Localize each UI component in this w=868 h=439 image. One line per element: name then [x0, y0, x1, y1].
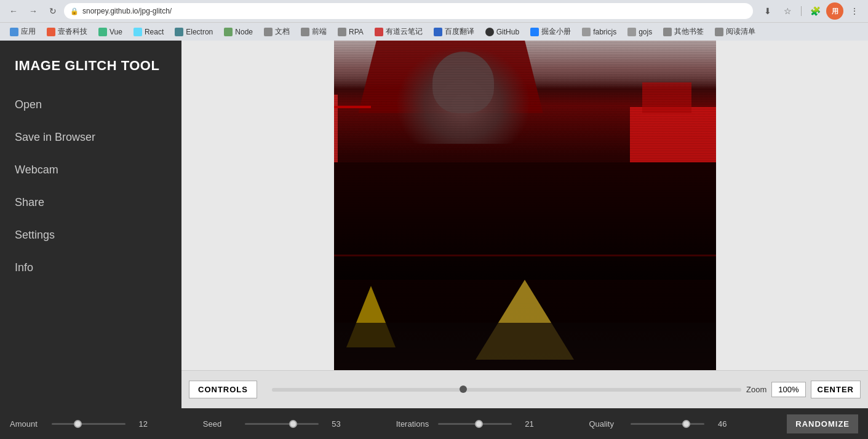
main-content: CONTROLS Zoom 100% CENTER — [181, 41, 868, 408]
controls-bar: CONTROLS Zoom 100% CENTER — [181, 370, 868, 408]
sidebar-item-open[interactable]: Open — [0, 89, 181, 121]
bookmark-rpa[interactable]: RPA — [333, 26, 368, 38]
bookmark-label-other: 其他书签 — [674, 26, 704, 37]
forward-button[interactable]: → — [25, 2, 42, 20]
bookmark-icon-baidu — [434, 28, 442, 36]
bookmark-icon-electron — [175, 28, 183, 36]
app-container: IMAGE GLITCH TOOL Open Save in Browser W… — [0, 41, 868, 408]
reload-button[interactable]: ↻ — [44, 2, 62, 20]
browser-nav: ← → ↻ 🔒 snorpey.github.io/jpg-glitch/ ⬇ … — [0, 0, 868, 22]
iterations-value: 21 — [517, 419, 534, 429]
quality-slider-group: Quality 46 — [589, 419, 782, 429]
bookmark-icon-juejin — [530, 28, 539, 36]
bookmark-frontend[interactable]: 前端 — [296, 25, 332, 39]
bookmark-fabricjs[interactable]: fabricjs — [577, 26, 621, 38]
bookmarks-bar: 应用 壹沓科技 Vue React Electron Node 文档 前端 — [0, 22, 868, 41]
seed-value: 53 — [324, 419, 341, 429]
glitch-bottom-overlay — [334, 323, 716, 371]
bookmark-icon-github — [485, 28, 494, 36]
bookmark-icon-react — [133, 28, 142, 36]
bookmark-reading[interactable]: 阅读清单 — [710, 25, 760, 39]
sidebar-item-webcam[interactable]: Webcam — [0, 154, 181, 186]
glitch-image — [334, 41, 716, 370]
bookmark-icon-youdao — [375, 28, 383, 36]
bookmark-icon-frontend — [301, 28, 309, 36]
bookmark-label-reading: 阅读清单 — [726, 26, 755, 37]
bookmark-label-youdao: 有道云笔记 — [386, 26, 423, 37]
bookmark-icon-reading — [715, 28, 723, 36]
bookmark-icon-docs — [264, 28, 273, 36]
quality-track[interactable] — [631, 423, 704, 425]
sidebar-menu: Open Save in Browser Webcam Share Settin… — [0, 89, 181, 284]
seed-thumb[interactable] — [289, 420, 297, 428]
horizontal-scrollbar[interactable] — [272, 388, 741, 392]
bookmark-icon-yida — [47, 28, 55, 36]
amount-thumb[interactable] — [74, 420, 82, 428]
iterations-slider-group: Iterations 21 — [396, 419, 589, 429]
glitch-line1 — [334, 106, 371, 108]
zoom-value[interactable]: 100% — [771, 382, 805, 397]
iterations-thumb[interactable] — [475, 420, 483, 428]
bookmark-label-github: GitHub — [496, 28, 519, 36]
bookmark-label-juejin: 掘金小册 — [541, 26, 571, 37]
sidebar-item-share[interactable]: Share — [0, 186, 181, 219]
controls-button[interactable]: CONTROLS — [189, 381, 257, 398]
amount-label: Amount — [10, 419, 47, 429]
bookmark-gojs[interactable]: gojs — [623, 26, 657, 38]
bookmark-label-yida: 壹沓科技 — [58, 26, 87, 37]
lock-icon: 🔒 — [70, 7, 79, 15]
bookmark-juejin[interactable]: 掘金小册 — [525, 25, 576, 39]
bookmark-label-vue: Vue — [109, 28, 122, 36]
bookmark-vue[interactable]: Vue — [94, 26, 127, 38]
quality-value: 46 — [709, 419, 727, 429]
sidebar-item-settings[interactable]: Settings — [0, 219, 181, 251]
avatar[interactable]: 用 — [826, 2, 843, 20]
iterations-track[interactable] — [438, 423, 512, 425]
bookmark-icon-gojs — [627, 28, 636, 36]
sidebar: IMAGE GLITCH TOOL Open Save in Browser W… — [0, 41, 181, 408]
sidebar-item-save-browser[interactable]: Save in Browser — [0, 121, 181, 154]
amount-value: 12 — [130, 419, 148, 429]
download-button[interactable]: ⬇ — [759, 2, 776, 20]
bookmark-label-fabricjs: fabricjs — [593, 28, 616, 36]
bookmark-star-button[interactable]: ☆ — [779, 2, 796, 20]
sidebar-item-info[interactable]: Info — [0, 251, 181, 284]
bookmark-label-frontend: 前端 — [312, 26, 327, 37]
bookmark-label-gojs: gojs — [639, 28, 652, 36]
quality-thumb[interactable] — [682, 420, 690, 428]
bookmark-label-rpa: RPA — [349, 28, 364, 36]
bookmark-docs[interactable]: 文档 — [259, 25, 295, 39]
bookmark-label-react: React — [145, 28, 164, 36]
nav-separator — [801, 6, 802, 16]
bookmark-other[interactable]: 其他书签 — [658, 25, 709, 39]
center-button[interactable]: CENTER — [811, 381, 861, 398]
url-text: snorpey.github.io/jpg-glitch/ — [82, 7, 172, 15]
glitch-line2 — [334, 255, 716, 256]
bookmark-baidu-translate[interactable]: 百度翻译 — [429, 25, 479, 39]
bookmark-react[interactable]: React — [129, 26, 169, 38]
randomize-button[interactable]: RANDOMIZE — [787, 414, 858, 433]
amount-track[interactable] — [52, 423, 125, 425]
bookmark-icon-apps — [10, 28, 18, 36]
scrollbar-thumb[interactable] — [460, 386, 467, 393]
menu-button[interactable]: ⋮ — [846, 2, 863, 20]
bookmark-node[interactable]: Node — [219, 26, 258, 38]
bookmark-icon-other — [663, 28, 672, 36]
iterations-label: Iterations — [396, 419, 433, 429]
bookmark-github[interactable]: GitHub — [480, 26, 524, 38]
extensions-button[interactable]: 🧩 — [806, 2, 824, 20]
canvas-area[interactable] — [181, 41, 868, 370]
app-title: IMAGE GLITCH TOOL — [0, 41, 181, 89]
bookmark-youdao[interactable]: 有道云笔记 — [370, 25, 428, 39]
seed-track[interactable] — [245, 423, 319, 425]
bookmark-icon-node — [224, 28, 233, 36]
bookmark-icon-rpa — [338, 28, 346, 36]
bookmark-electron[interactable]: Electron — [170, 26, 218, 38]
address-bar[interactable]: 🔒 snorpey.github.io/jpg-glitch/ — [64, 3, 753, 19]
bookmark-apps[interactable]: 应用 — [5, 25, 41, 39]
bookmark-yida[interactable]: 壹沓科技 — [42, 25, 92, 39]
quality-label: Quality — [589, 419, 626, 429]
bookmark-label-node: Node — [235, 28, 253, 36]
back-button[interactable]: ← — [5, 2, 22, 20]
bookmark-icon-fabricjs — [582, 28, 591, 36]
